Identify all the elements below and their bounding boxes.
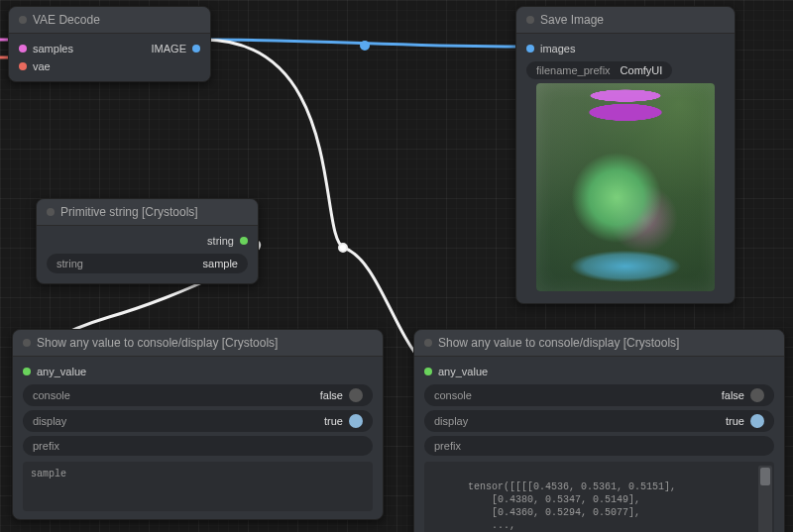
widget-prefix[interactable]: prefix xyxy=(23,436,373,456)
output-label: IMAGE xyxy=(152,43,186,54)
widget-value: false xyxy=(320,389,343,401)
node-title[interactable]: Show any value to console/display [Cryst… xyxy=(13,330,383,357)
collapse-dot-icon[interactable] xyxy=(424,339,432,347)
node-primitive-string[interactable]: Primitive string [Crystools] string stri… xyxy=(36,198,259,284)
collapse-dot-icon[interactable] xyxy=(23,339,31,347)
input-label: samples xyxy=(33,43,73,54)
widget-label: display xyxy=(33,415,66,427)
scrollbar[interactable] xyxy=(758,466,772,532)
input-port-samples[interactable] xyxy=(19,45,27,53)
widget-label: display xyxy=(434,415,468,427)
toggle-icon[interactable] xyxy=(349,414,363,428)
title-text: Show any value to console/display [Cryst… xyxy=(438,336,679,350)
toggle-icon[interactable] xyxy=(750,414,764,428)
widget-console[interactable]: console false xyxy=(424,384,774,406)
title-text: Show any value to console/display [Cryst… xyxy=(37,336,278,350)
widget-label: console xyxy=(434,389,472,401)
title-text: VAE Decode xyxy=(33,13,100,27)
node-title[interactable]: Save Image xyxy=(516,7,735,34)
widget-filename-prefix[interactable]: filename_prefix ComfyUI xyxy=(526,61,672,79)
title-text: Save Image xyxy=(540,13,604,27)
input-port-any-value[interactable] xyxy=(424,368,432,375)
widget-value: true xyxy=(726,415,744,427)
output-textarea[interactable]: tensor([[[[0.4536, 0.5361, 0.5151], [0.4… xyxy=(424,462,774,532)
output-port-image[interactable] xyxy=(192,45,200,53)
collapse-dot-icon[interactable] xyxy=(526,16,534,24)
widget-value: false xyxy=(722,389,744,401)
collapse-dot-icon[interactable] xyxy=(47,208,55,216)
output-text: tensor([[[[0.4536, 0.5361, 0.5151], [0.4… xyxy=(432,481,676,532)
output-port-string[interactable] xyxy=(240,237,248,245)
widget-value: sample xyxy=(203,258,238,269)
input-label: any_value xyxy=(438,366,488,377)
widget-value: true xyxy=(324,415,343,427)
node-vae-decode[interactable]: VAE Decode samples IMAGE vae xyxy=(8,6,211,82)
widget-prefix[interactable]: prefix xyxy=(424,436,774,456)
input-label: any_value xyxy=(37,366,86,377)
input-port-images[interactable] xyxy=(526,45,534,53)
widget-label: console xyxy=(33,389,70,401)
collapse-dot-icon[interactable] xyxy=(19,16,27,24)
widget-value: ComfyUI xyxy=(621,64,663,76)
widget-label: filename_prefix xyxy=(536,64,611,76)
toggle-icon[interactable] xyxy=(349,388,363,402)
widget-display[interactable]: display true xyxy=(424,410,774,432)
input-port-any-value[interactable] xyxy=(23,368,31,375)
node-title[interactable]: VAE Decode xyxy=(9,7,210,34)
node-title[interactable]: Show any value to console/display [Cryst… xyxy=(414,330,784,357)
node-show-any-2[interactable]: Show any value to console/display [Cryst… xyxy=(413,329,785,532)
widget-display[interactable]: display true xyxy=(23,410,373,432)
output-textarea[interactable]: sample xyxy=(23,462,373,511)
wire-reroute-image[interactable] xyxy=(360,41,370,51)
preview-image xyxy=(536,83,715,291)
node-title[interactable]: Primitive string [Crystools] xyxy=(37,199,258,226)
title-text: Primitive string [Crystools] xyxy=(60,205,198,219)
widget-label: prefix xyxy=(33,440,59,452)
input-label: vae xyxy=(33,60,51,72)
widget-string[interactable]: string sample xyxy=(47,254,248,273)
node-show-any-1[interactable]: Show any value to console/display [Cryst… xyxy=(12,329,384,520)
input-port-vae[interactable] xyxy=(19,62,27,70)
input-label: images xyxy=(540,43,575,54)
node-save-image[interactable]: Save Image images filename_prefix ComfyU… xyxy=(515,6,736,304)
widget-label: string xyxy=(57,258,83,269)
toggle-icon[interactable] xyxy=(750,388,764,402)
widget-console[interactable]: console false xyxy=(23,384,373,406)
widget-label: prefix xyxy=(434,440,461,452)
output-label: string xyxy=(207,235,234,247)
wire-reroute-tensor[interactable] xyxy=(338,243,348,253)
